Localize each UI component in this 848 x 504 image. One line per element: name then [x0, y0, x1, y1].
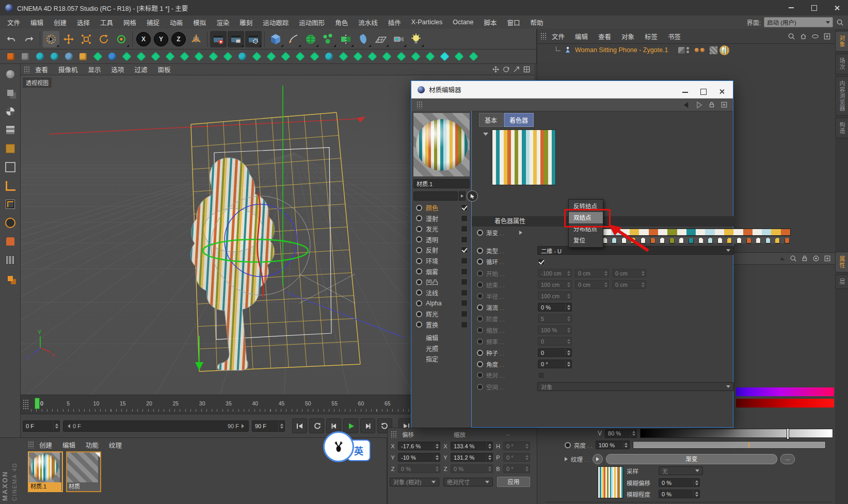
- viewport-zoom-icon[interactable]: [513, 66, 520, 73]
- menu-item-19[interactable]: 窗口: [502, 18, 525, 27]
- dialog-add-icon[interactable]: [721, 101, 728, 108]
- hue-gradient-bar[interactable]: [736, 387, 834, 396]
- magnet-tool-icon[interactable]: [2, 233, 19, 250]
- xp-data-icon[interactable]: [468, 51, 479, 62]
- viewport-menu-2[interactable]: 显示: [83, 64, 106, 74]
- channel-extra-指定[interactable]: 指定: [426, 354, 438, 363]
- timeline-marker[interactable]: [35, 398, 40, 409]
- apply-button[interactable]: 应用: [497, 477, 530, 487]
- material-thumb-selected[interactable]: 材质.1: [28, 451, 63, 492]
- om-search-icon[interactable]: [788, 32, 795, 40]
- material-tag-icon[interactable]: [719, 45, 729, 55]
- array-generator-button[interactable]: [320, 31, 337, 47]
- object-mode-icon[interactable]: [2, 159, 19, 175]
- dock-tab-层[interactable]: 层: [835, 274, 848, 289]
- channel-反射[interactable]: 反射: [411, 245, 472, 255]
- gradient-knot-20[interactable]: [785, 237, 790, 243]
- dock-tab-属性[interactable]: 属性: [835, 252, 848, 272]
- coords-H-rotation-field[interactable]: 0 °: [503, 442, 530, 450]
- object-manager-menu-1[interactable]: 编辑: [570, 31, 593, 41]
- maximize-button[interactable]: [803, 1, 825, 15]
- octaves-field[interactable]: 5: [538, 314, 572, 323]
- object-manager-menu-4[interactable]: 标签: [639, 31, 663, 41]
- saturation-gradient-bar[interactable]: [736, 399, 834, 408]
- start-x-field[interactable]: -100 cm: [538, 269, 572, 278]
- viewport-orbit-icon[interactable]: [503, 66, 509, 73]
- bonfire-icon[interactable]: [5, 51, 17, 62]
- gradient-knot-15[interactable]: [737, 237, 742, 243]
- ime-deer-icon[interactable]: [323, 431, 354, 462]
- angle-field[interactable]: 0 °: [538, 360, 572, 368]
- channel-extra-光照[interactable]: 光照: [426, 344, 438, 353]
- xp-follow-icon[interactable]: [294, 51, 306, 62]
- phong-tag-icon[interactable]: [709, 46, 718, 55]
- brightness-field[interactable]: 100 %: [596, 441, 630, 449]
- camera-shader-icon[interactable]: [49, 51, 60, 62]
- menu-item-13[interactable]: 角色: [330, 18, 353, 27]
- dialog-close-button[interactable]: [719, 89, 725, 94]
- render-picture-viewer-button[interactable]: [228, 31, 244, 47]
- xp-network-icon[interactable]: [395, 51, 407, 62]
- material-thumb[interactable]: 材质: [66, 451, 101, 492]
- scale-field[interactable]: 100 %: [538, 326, 572, 334]
- gradient-knot-7[interactable]: [660, 237, 665, 243]
- bake-texture-icon[interactable]: [77, 51, 89, 62]
- om-home-icon[interactable]: [799, 32, 807, 40]
- axis-z-lock-button[interactable]: Z: [170, 31, 187, 47]
- undo-button[interactable]: [3, 31, 20, 47]
- viewport-view-label[interactable]: 透视视图: [23, 77, 52, 88]
- xp-scale-icon[interactable]: [410, 51, 421, 62]
- menu-item-2[interactable]: 创建: [49, 18, 72, 27]
- channel-法线[interactable]: 法线: [411, 288, 472, 298]
- coords-X-offset-field[interactable]: -17.6 %: [398, 442, 440, 450]
- xp-trail-icon[interactable]: [236, 51, 248, 62]
- xp-python-icon[interactable]: [453, 51, 465, 62]
- space-dropdown[interactable]: 对象: [537, 382, 734, 391]
- gradient-knot-9[interactable]: [679, 237, 684, 243]
- menu-item-9[interactable]: 渲染: [211, 18, 234, 27]
- gradient-knot-5[interactable]: [641, 237, 646, 243]
- xp-emitter-icon[interactable]: [121, 51, 132, 62]
- material-manager-menu-1[interactable]: 编辑: [57, 440, 81, 450]
- channel-Alpha[interactable]: Alpha: [411, 298, 472, 308]
- cubes-tool-icon[interactable]: [2, 85, 19, 101]
- xp-collider-icon[interactable]: [352, 51, 363, 62]
- end-y-field[interactable]: 0 cm: [575, 280, 609, 289]
- v-gradient-slider[interactable]: [640, 429, 833, 438]
- material-name-label[interactable]: 材质.1: [29, 482, 61, 491]
- quantize-tool-icon[interactable]: [2, 270, 19, 287]
- menu-item-14[interactable]: 流水线: [353, 18, 383, 27]
- gradient-knot-8[interactable]: [669, 237, 675, 243]
- move-tool[interactable]: [60, 31, 77, 47]
- material-preview-ball[interactable]: [416, 119, 468, 171]
- coords-Z-offset-field[interactable]: 0 %: [398, 464, 440, 473]
- floor-environment-button[interactable]: [373, 31, 389, 47]
- material-name-label[interactable]: 材质: [67, 482, 100, 491]
- frame-range-slider[interactable]: 0 F 90 F: [63, 420, 249, 432]
- coords-Z-scale-field[interactable]: 0 %: [451, 464, 493, 473]
- gradient-knots[interactable]: [591, 236, 791, 244]
- absolute-checkbox[interactable]: [538, 372, 545, 379]
- dialog-minimize-button[interactable]: [682, 92, 688, 93]
- model-mode-icon[interactable]: [2, 140, 19, 157]
- layers-tool-icon[interactable]: [2, 122, 19, 138]
- start-y-field[interactable]: 0 cm: [575, 269, 609, 278]
- radius-field[interactable]: 100 cm: [538, 291, 572, 300]
- texture-more-button[interactable]: ...: [780, 454, 795, 464]
- object-name[interactable]: Woman Sitting Phone - Zygote.1: [575, 46, 668, 54]
- xp-speed-icon[interactable]: [424, 51, 436, 62]
- coords-Y-offset-field[interactable]: -10 %: [398, 453, 440, 462]
- menu-item-4[interactable]: 工具: [95, 18, 118, 27]
- xp-light-icon[interactable]: [222, 51, 233, 62]
- globe-tool-icon[interactable]: [2, 66, 19, 83]
- last-tool-used[interactable]: [113, 31, 130, 47]
- channel-辉光[interactable]: 辉光: [411, 309, 472, 319]
- subdivision-surface-button[interactable]: [302, 31, 319, 47]
- channel-extra-编辑[interactable]: 编辑: [426, 333, 438, 342]
- interface-dropdown[interactable]: 启动 (用户): [764, 17, 833, 27]
- viewport-menu-1[interactable]: 摄像机: [53, 64, 83, 74]
- xp-group-icon[interactable]: [150, 51, 161, 62]
- viewport-layout-icon[interactable]: [523, 66, 530, 73]
- frequency-field[interactable]: 0: [538, 337, 572, 346]
- menu-item-16[interactable]: X-Particles: [406, 19, 447, 26]
